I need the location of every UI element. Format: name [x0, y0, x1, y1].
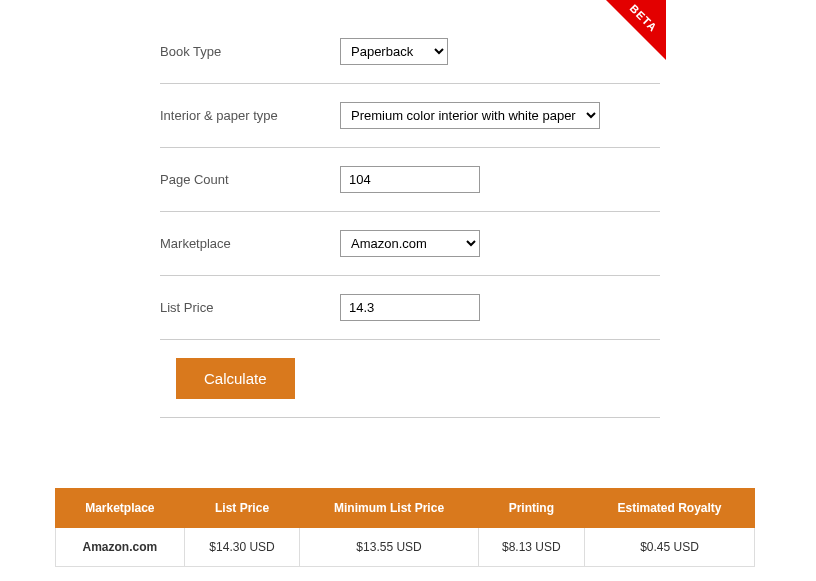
marketplace-row: Marketplace Amazon.com	[160, 212, 660, 276]
results-header-list-price: List Price	[184, 489, 300, 528]
results-header-printing: Printing	[478, 489, 584, 528]
book-type-label: Book Type	[160, 44, 340, 59]
list-price-input[interactable]	[340, 294, 480, 321]
results-header-min-list-price: Minimum List Price	[300, 489, 478, 528]
marketplace-label: Marketplace	[160, 236, 340, 251]
calculator-form: Book Type Paperback Interior & paper typ…	[160, 0, 660, 418]
calculate-button[interactable]: Calculate	[176, 358, 295, 399]
cell-min-list-price: $13.55 USD	[300, 528, 478, 567]
results-header-marketplace: Marketplace	[56, 489, 185, 528]
interior-type-row: Interior & paper type Premium color inte…	[160, 84, 660, 148]
cell-printing: $8.13 USD	[478, 528, 584, 567]
book-type-select[interactable]: Paperback	[340, 38, 448, 65]
page-count-input[interactable]	[340, 166, 480, 193]
list-price-label: List Price	[160, 300, 340, 315]
cell-marketplace: Amazon.com	[56, 528, 185, 567]
results-table: Marketplace List Price Minimum List Pric…	[55, 488, 755, 567]
book-type-row: Book Type Paperback	[160, 20, 660, 84]
list-price-row: List Price	[160, 276, 660, 340]
interior-type-select[interactable]: Premium color interior with white paper	[340, 102, 600, 129]
cell-list-price: $14.30 USD	[184, 528, 300, 567]
cell-royalty: $0.45 USD	[585, 528, 755, 567]
calculate-row: Calculate	[160, 340, 660, 418]
table-row: Amazon.com $14.30 USD $13.55 USD $8.13 U…	[56, 528, 755, 567]
interior-type-label: Interior & paper type	[160, 108, 340, 123]
page-count-label: Page Count	[160, 172, 340, 187]
page-count-row: Page Count	[160, 148, 660, 212]
results-header-royalty: Estimated Royalty	[585, 489, 755, 528]
marketplace-select[interactable]: Amazon.com	[340, 230, 480, 257]
